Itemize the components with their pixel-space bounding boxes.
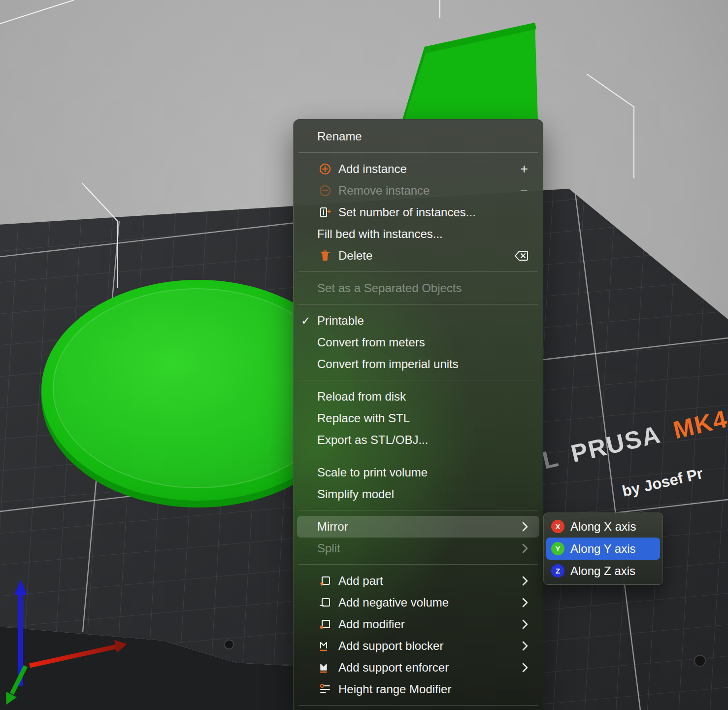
add-support-blocker-icon [318,639,332,653]
menu-item-set-as-separated-objects[interactable]: Set as a Separated Objects [294,277,543,299]
menu-item-set-number-of-instances[interactable]: Set number of instances... [294,202,543,223]
menu-item-add-support-enforcer[interactable]: Add support enforcer [294,657,543,678]
submenu-item-along-x-axis[interactable]: X Along X axis [546,515,660,538]
add-instance-icon [318,162,332,176]
submenu-arrow-icon [522,619,528,630]
submenu-arrow-icon [522,575,528,586]
axis-y-icon: Y [551,542,564,555]
menu-item-convert-from-imperial-units[interactable]: Convert from imperial units [294,353,543,375]
menu-separator [298,456,538,456]
menu-item-export-as-stl-obj[interactable]: Export as STL/OBJ... [294,429,543,451]
menu-item-split[interactable]: Split [294,538,543,559]
add-part-icon [318,574,332,588]
menu-item-mirror[interactable]: Mirror [297,516,539,538]
shortcut-plus: + [520,163,528,176]
add-modifier-icon [318,617,332,631]
axis-z-icon: Z [551,564,564,577]
menu-item-replace-with-stl[interactable]: Replace with STL [294,407,543,429]
menu-item-scale-to-print-volume[interactable]: Scale to print volume [294,462,543,483]
submenu-arrow-icon [522,543,528,554]
shortcut-backspace-icon [515,251,528,261]
set-instances-icon [318,205,332,219]
menu-item-add-support-blocker[interactable]: Add support blocker [294,635,543,657]
submenu-arrow-icon [522,521,528,532]
menu-item-add-negative-volume[interactable]: Add negative volume [294,592,543,613]
submenu-arrow-icon [522,662,528,673]
submenu-item-along-z-axis[interactable]: Z Along Z axis [546,560,660,582]
menu-item-delete[interactable]: Delete [294,245,543,267]
axis-x-icon: X [551,520,564,533]
menu-item-height-range-modifier[interactable]: Height range Modifier [294,678,543,700]
submenu-arrow-icon [522,641,528,651]
menu-separator [298,380,538,380]
menu-item-reload-from-disk[interactable]: Reload from disk [294,386,543,407]
menu-separator [298,564,538,565]
delete-trash-icon [318,249,332,263]
menu-separator [298,271,538,272]
menu-item-add-modifier[interactable]: Add modifier [294,613,543,635]
menu-item-add-instance[interactable]: Add instance + [294,158,543,180]
menu-separator [298,304,538,304]
menu-separator [298,152,538,153]
menu-item-remove-instance[interactable]: Remove instance − [294,180,543,202]
menu-item-rename[interactable]: Rename [294,126,543,147]
menu-item-simplify-model[interactable]: Simplify model [294,483,543,505]
submenu-item-along-y-axis[interactable]: Y Along Y axis [546,538,660,560]
checkmark-icon: ✓ [301,314,310,328]
menu-separator [298,510,538,510]
height-range-modifier-icon [318,682,332,696]
menu-item-fill-bed-with-instances[interactable]: Fill bed with instances... [294,223,543,245]
menu-separator [298,705,538,706]
submenu-arrow-icon [522,597,528,608]
menu-item-add-part[interactable]: Add part [294,570,543,592]
object-context-menu: Rename Add instance + Remove instance − … [293,119,543,710]
menu-item-printable[interactable]: ✓ Printable [294,310,543,332]
add-support-enforcer-icon [318,661,332,675]
add-negative-volume-icon [318,596,332,609]
shortcut-minus: − [520,184,528,198]
remove-instance-icon [318,184,332,198]
mirror-submenu: X Along X axis Y Along Y axis Z Along Z … [543,512,663,585]
menu-item-convert-from-meters[interactable]: Convert from meters [294,332,543,353]
